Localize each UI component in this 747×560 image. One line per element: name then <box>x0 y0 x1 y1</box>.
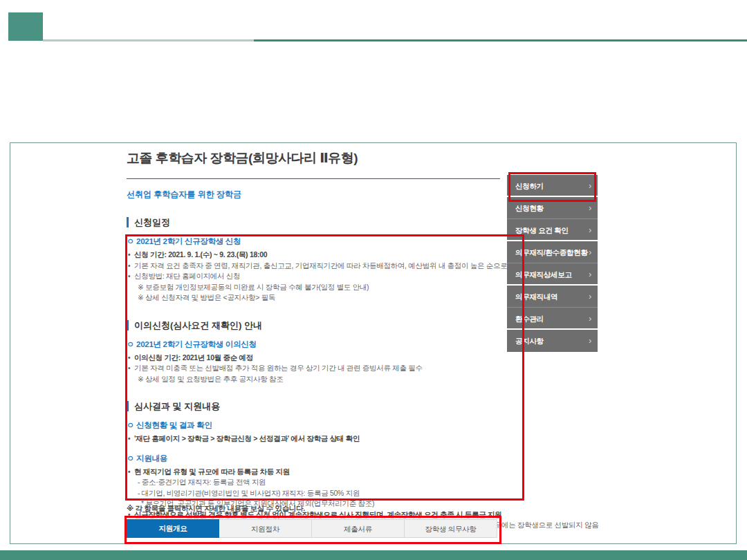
page-title: 고졸 후학습자 장학금(희망사다리 Ⅱ유형) <box>127 149 504 167</box>
sidebar-item-label: 의무재직상세보고 <box>515 270 572 279</box>
chevron-right-icon <box>589 263 591 286</box>
sidebar-item-label: 신청하기 <box>515 182 544 190</box>
sidebar-item-label: 장학생 요건 확인 <box>515 226 569 234</box>
sidebar-item-eligibility-check[interactable]: 장학생 요건 확인 <box>507 219 598 241</box>
detail-tab-bar: 지원개요 지원절차 제출서류 장학생 의무사항 <box>127 519 497 538</box>
detail-line: ※ 보증보험 개인정보제공동의 미완료 시 장학금 수혜 불가(일정 별도 안내… <box>127 282 504 293</box>
group-title-status-check: ㅇ 신청현황 및 결과 확인 <box>127 420 504 431</box>
header-divider <box>43 39 747 41</box>
chevron-right-icon <box>589 241 591 263</box>
detail-line: 신청 기간: 2021. 9. 1.(수) ~ 9. 23.(목) 18:00 <box>127 250 504 261</box>
click-instruction-note: ※ 각 항목을 클릭하시면 자세한 내용을 보실 수 있습니다. <box>127 504 305 514</box>
tab-documents[interactable]: 제출서류 <box>312 519 405 538</box>
detail-line: ※ 상세 일정 및 요청방법은 추후 공지사항 참조 <box>127 374 504 385</box>
sidebar-item-label: 의무재직내역 <box>515 292 557 301</box>
chevron-right-icon <box>589 308 591 330</box>
section-header-schedule: 신청일정 <box>127 217 504 227</box>
detail-line: 이의신청 기간: 2021년 10월 중순 예정 <box>127 353 504 364</box>
detail-line: - 중소·중견기업 재직자: 등록금 전액 지원 <box>127 477 504 488</box>
footer-bar <box>0 550 747 560</box>
scholarship-subtitle: 선취업 후학습자를 위한 장학금 <box>127 189 504 200</box>
detail-line: '재단 홈페이지 > 장학금 > 장학금신청 > 선정결과' 에서 장학금 상태… <box>127 433 504 445</box>
chevron-right-icon <box>589 175 591 197</box>
chevron-right-icon <box>589 197 591 219</box>
group-title-objection: ㅇ 2021년 2학기 신규장학생 이의신청 <box>127 339 504 350</box>
page: 고졸 후학습자 장학금(희망사다리 Ⅱ유형) 선취업 후학습자를 위한 장학금 … <box>0 0 747 560</box>
section-header-objection: 이의신청(심사요건 재확인) 안내 <box>127 320 504 330</box>
title-divider <box>127 178 500 179</box>
sidebar-item-label: 신청현황 <box>515 204 544 212</box>
group-title-support: ㅇ 지원내용 <box>127 454 504 464</box>
detail-line: ※ 상세 신청자격 및 방법은 <공지사항> 필독 <box>127 292 504 304</box>
detail-line: 신청방법: 재단 홈페이지에서 신청 <box>127 271 504 282</box>
tab-obligations[interactable]: 장학생 의무사항 <box>405 519 497 538</box>
sidebar-item-label: 공지사항 <box>515 337 544 345</box>
section-header-result: 심사결과 및 지원내용 <box>127 401 504 411</box>
chevron-right-icon <box>589 286 591 308</box>
sidebar-item-label: 환수관리 <box>515 315 544 323</box>
detail-line: 현 재직기업 유형 및 규모에 따라 등록금 차등 지원 <box>127 467 504 478</box>
sidebar-item-application-status[interactable]: 신청현황 <box>507 197 598 219</box>
tab-procedure[interactable]: 지원절차 <box>219 519 312 538</box>
sidebar-item-apply[interactable]: 신청하기 <box>507 175 598 197</box>
sidebar-item-notices[interactable]: 공지사항 <box>507 330 598 352</box>
sidebar-item-employment-history[interactable]: 의무재직내역 <box>507 286 598 308</box>
tab-overview[interactable]: 지원개요 <box>127 519 219 538</box>
sidebar-item-label: 의무재직/환수종합현황 <box>515 248 588 256</box>
chevron-right-icon <box>589 330 591 352</box>
detail-line: - 대기업, 비영리기관(비영리법인 및 비사업자) 재직자: 등록금 50% … <box>127 488 504 499</box>
sidebar-item-employment-detail-report[interactable]: 의무재직상세보고 <box>507 263 598 286</box>
chevron-right-icon <box>589 219 591 241</box>
quick-menu-sidebar: 신청하기 신청현황 장학생 요건 확인 의무재직/환수종합현황 의무재직상세보고… <box>507 175 598 352</box>
detail-line: 기본 자격 미충족 또는 선발배점 추가 적용 원하는 경우 상기 기간 내 관… <box>127 363 504 374</box>
detail-line: 기본 자격 요건 충족자 중 연령, 재직기관, 출신고교, 기업재직기간에 따… <box>127 261 504 272</box>
group-title-new-application: ㅇ 2021년 2학기 신규장학생 신청 <box>127 236 504 247</box>
scholarship-detail: 고졸 후학습자 장학금(희망사다리 Ⅱ유형) 선취업 후학습자를 위한 장학금 … <box>127 149 504 531</box>
sidebar-item-employment-refund-status[interactable]: 의무재직/환수종합현황 <box>507 241 598 263</box>
sidebar-item-refund-management[interactable]: 환수관리 <box>507 308 598 330</box>
brand-logo-block <box>8 12 43 41</box>
